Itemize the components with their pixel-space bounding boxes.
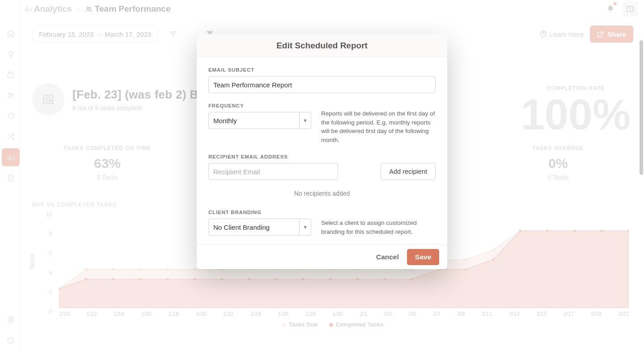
no-recipients-text: No recipients added [208, 190, 436, 197]
add-recipient-button[interactable]: Add recipient [381, 163, 436, 180]
recipient-label: RECIPIENT EMAIL ADDRESS [208, 154, 436, 159]
chevron-down-icon: ▼ [299, 112, 311, 129]
edit-scheduled-report-modal: Edit Scheduled Report EMAIL SUBJECT FREQ… [197, 34, 447, 269]
email-subject-input[interactable] [208, 76, 436, 93]
frequency-help: Reports will be delivered on the first d… [321, 109, 436, 144]
frequency-label: FREQUENCY [208, 103, 311, 108]
branding-help: Select a client to assign customized bra… [321, 219, 436, 236]
scrollbar-thumb[interactable] [640, 40, 643, 175]
modal-title: Edit Scheduled Report [276, 41, 368, 51]
save-button[interactable]: Save [407, 249, 439, 265]
frequency-value: Monthly [209, 117, 299, 124]
frequency-select[interactable]: Monthly ▼ [208, 112, 311, 129]
chevron-down-icon: ▼ [299, 219, 311, 235]
cancel-button[interactable]: Cancel [376, 253, 399, 261]
modal-header: Edit Scheduled Report [197, 34, 447, 57]
branding-select[interactable]: No Client Branding ▼ [208, 219, 311, 236]
email-subject-label: EMAIL SUBJECT [208, 67, 436, 73]
recipient-email-input[interactable] [208, 163, 338, 180]
scrollbar[interactable] [640, 40, 643, 352]
branding-label: CLIENT BRANDING [208, 210, 311, 215]
branding-value: No Client Branding [209, 223, 299, 231]
